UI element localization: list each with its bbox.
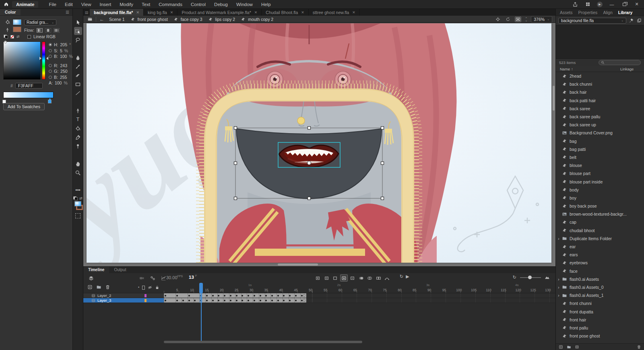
picker-marker[interactable] [4,41,7,43]
clip-content-icon[interactable] [515,16,521,22]
color-value-row[interactable]: H: 205 ° [49,42,73,48]
library-item[interactable]: back hair [556,88,644,96]
close-tab-icon[interactable]: ✕ [170,10,173,14]
library-item[interactable]: boy back pose [556,202,644,210]
stage[interactable]: yug [87,23,551,263]
saturation-brightness-picker[interactable] [3,41,41,80]
layer-color-chip[interactable] [144,294,147,297]
stroke-color-swatch[interactable] [13,27,21,32]
document-tab[interactable]: king bg.fla ✕ [144,9,178,16]
library-item[interactable]: Background Cover.png [556,129,644,137]
library-item[interactable]: › flash0.ai Assets [556,275,644,283]
create-tween-button[interactable] [383,274,391,282]
close-tab-icon[interactable]: ✕ [254,10,258,14]
panel-tab[interactable]: Assets [560,10,573,15]
menu-item[interactable]: Control [191,2,206,7]
library-item[interactable]: back chunni [556,80,644,88]
library-search-input[interactable] [599,60,641,65]
library-item[interactable]: blouse part [556,169,644,177]
library-item[interactable]: › flash0.ai Assets_0 [556,283,644,291]
color-mode-radio[interactable] [49,55,52,58]
color-value[interactable]: 243 [60,63,68,68]
layer-frames-track[interactable] [164,298,555,303]
color-value-row[interactable]: A: 100 % [49,80,73,86]
timeline-tab[interactable]: Timeline [83,267,109,273]
library-item[interactable]: bag patti [556,145,644,153]
gradient-preview-bar[interactable] [3,92,54,98]
color-mode-radio[interactable] [49,70,52,73]
name-column-header[interactable]: Name ↑ [560,67,573,71]
play-circle-icon[interactable]: ▶ [597,2,603,7]
panel-menu-icon[interactable]: ☰ [66,10,69,14]
linkage-column-header[interactable]: Linkage [620,67,634,71]
panel-tab[interactable]: Properties [578,10,598,15]
library-item[interactable]: eyebrows [556,259,644,267]
classic-brush-tool[interactable] [74,62,82,70]
breadcrumb-item[interactable]: front pose ghost [130,17,168,22]
add-camera-button[interactable] [138,274,146,282]
menu-item[interactable]: Edit [65,2,73,7]
library-item[interactable]: boy [556,194,644,202]
library-item[interactable]: back saree up [556,121,644,129]
layer-view-icon[interactable] [87,274,95,282]
color-value-row[interactable]: B: 100 % [49,54,73,60]
gradient-type-select[interactable]: Radial gra... ⌄ [24,19,56,25]
home-icon[interactable] [0,2,12,7]
color-value-row[interactable]: R: 243 [49,63,73,69]
new-symbol-button[interactable] [559,345,563,349]
close-tab-icon[interactable]: ✕ [301,10,304,14]
close-tab-icon[interactable]: ✕ [136,10,139,14]
paint-bucket-tool[interactable] [74,124,82,132]
pin-library-icon[interactable] [629,18,634,23]
library-item[interactable]: front dupatta [556,307,644,315]
stage-horizontal-scrollbar[interactable] [278,264,318,266]
swap-colors-icon[interactable]: ⇄ [17,35,20,39]
folder-expander-icon[interactable]: › [558,277,559,282]
timeline-layer-row[interactable]: Layer_2 [83,293,555,298]
restore-icon[interactable] [621,1,627,8]
text-tool[interactable]: T [74,115,82,124]
onion-skin-button[interactable] [357,274,365,282]
panel-tab[interactable]: Align [603,10,612,15]
playhead-marker[interactable] [199,283,202,293]
rectangle-tool[interactable] [74,80,82,88]
library-item[interactable]: ears [556,251,644,259]
insert-frame-button[interactable] [331,274,339,282]
default-colors-icon[interactable] [73,196,78,200]
no-color-icon[interactable] [10,35,14,39]
document-tab[interactable]: background file.fla* ✕ [90,9,144,16]
document-tab[interactable]: sttree ghost new.fla ✕ [309,9,360,16]
library-item[interactable]: back saree [556,105,644,113]
rotate-canvas-icon[interactable] [505,16,511,22]
document-tab[interactable]: Product and Watermark Example.fla* ✕ [178,9,262,16]
flow-reflect-button[interactable] [45,28,51,33]
stroke-color-proxy[interactable] [5,27,10,33]
color-panel-tab[interactable]: Color [0,9,21,15]
menu-item[interactable]: Window [236,2,253,7]
remove-frame-button[interactable] [349,274,356,282]
black-white-colors-icon[interactable] [4,35,8,39]
center-stage-icon[interactable] [495,16,501,22]
line-tool[interactable] [74,89,82,97]
reset-timeline-zoom-icon[interactable]: ↻ [513,275,516,280]
panel-tab[interactable]: Library [618,10,633,15]
color-value[interactable]: 100 [60,54,67,59]
color-value-row[interactable]: B: 255 [49,74,73,80]
fill-color-proxy[interactable] [5,19,10,25]
flow-repeat-button[interactable] [54,28,60,33]
close-icon[interactable]: ✕ [634,1,640,8]
toolbar-divider[interactable] [74,98,82,106]
color-mode-radio[interactable] [49,76,52,79]
toolbar-divider[interactable] [74,45,82,53]
menu-item[interactable]: Commands [159,2,182,7]
layer-color-chip[interactable] [144,299,147,302]
toolbar-divider[interactable] [74,151,82,159]
menu-item[interactable]: File [49,2,56,7]
onion-skin-outlines-button[interactable] [366,274,374,282]
timeline-horizontal-scrollbar[interactable] [164,341,362,343]
library-item[interactable]: back patti hair [556,97,644,105]
library-item[interactable]: blouse part inside [556,177,644,185]
toolbar-divider[interactable] [74,177,82,185]
linear-rgb-checkbox[interactable] [27,35,31,39]
tool-options-icon[interactable] [75,213,80,218]
